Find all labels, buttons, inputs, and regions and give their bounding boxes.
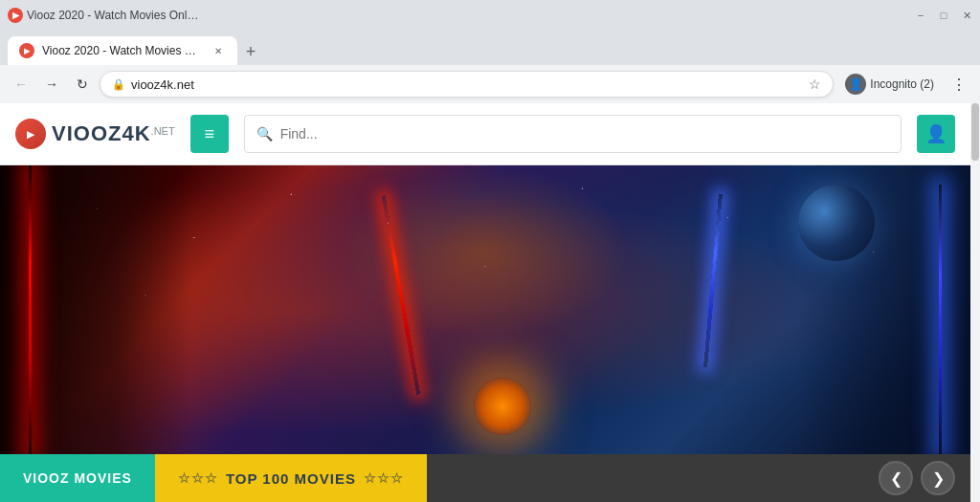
reload-button[interactable]: ↻ [69,71,96,98]
omnibox[interactable]: 🔒 viooz4k.net ☆ [100,71,834,98]
incognito-button[interactable]: 👤 Incognito (2) [837,70,942,98]
chrome-menu-button[interactable]: ⋮ [946,71,972,98]
prev-button[interactable]: ❮ [879,461,913,495]
active-tab[interactable]: ▶ Viooz 2020 - Watch Movies Onli... ✕ [8,36,237,65]
logo-text: VIOOZ4K.NET [52,121,175,146]
incognito-label: Incognito (2) [870,77,934,91]
top100-movies-button[interactable]: ☆☆☆ TOP 100 MOVIES ☆☆☆ [155,454,427,502]
lock-icon: 🔒 [112,78,125,91]
close-button[interactable]: ✕ [961,10,972,21]
search-icon: 🔍 [256,126,273,142]
bookmark-icon[interactable]: ☆ [809,76,821,92]
toolbar-right: 👤 Incognito (2) ⋮ [837,70,972,98]
browser-content: ▶ VIOOZ4K.NET ≡ 🔍 👤 [0,103,980,502]
stars-left-icon: ☆☆☆ [178,470,218,486]
stars-right-icon: ☆☆☆ [364,470,404,486]
hamburger-icon: ≡ [204,124,214,144]
address-bar: ← → ↻ 🔒 viooz4k.net ☆ 👤 Incognito (2) ⋮ [0,65,980,103]
title-bar: ▶ Viooz 2020 - Watch Movies Onli... − □ … [0,0,980,31]
tab-favicon: ▶ [8,8,23,23]
scrollbar-thumb[interactable] [971,103,979,161]
characters-group [198,165,772,454]
site-menu-button[interactable]: ≡ [190,115,229,153]
window-controls: − □ ✕ [915,10,972,21]
viooz-movies-button[interactable]: VIOOZ MOVIES [0,454,155,502]
website: ▶ VIOOZ4K.NET ≡ 🔍 👤 [0,103,970,502]
minimize-button[interactable]: − [915,10,926,21]
tab-label: Viooz 2020 - Watch Movies Onli... [42,44,203,57]
dark-figure [0,165,191,454]
search-input[interactable] [280,126,889,142]
back-button[interactable]: ← [8,71,34,98]
scrollbar[interactable] [970,103,980,502]
window-title-text: Viooz 2020 - Watch Movies Onli... [27,9,199,22]
site-header: ▶ VIOOZ4K.NET ≡ 🔍 👤 [0,103,970,165]
next-button[interactable]: ❯ [921,461,955,495]
user-icon: 👤 [925,123,947,144]
new-tab-button[interactable]: + [237,38,264,65]
red-lightsaber [382,195,421,395]
tab-favicon-icon: ▶ [19,43,34,58]
logo-icon: ▶ [15,119,46,149]
search-bar: 🔍 [244,115,902,153]
bottom-bar: VIOOZ MOVIES ☆☆☆ TOP 100 MOVIES ☆☆☆ ❮ ❯ [0,454,970,502]
title-bar-left: ▶ Viooz 2020 - Watch Movies Onli... [8,8,199,23]
nav-arrows: ❮ ❯ [879,461,970,495]
site-logo: ▶ VIOOZ4K.NET [15,119,175,149]
hero-image [0,165,970,454]
top100-label: TOP 100 MOVIES [226,470,356,487]
forward-button[interactable]: → [38,71,65,98]
url-text: viooz4k.net [131,77,803,92]
right-figure [798,165,970,454]
user-account-button[interactable]: 👤 [917,115,955,153]
droid-glow [474,378,531,435]
tab-close-button[interactable]: ✕ [211,43,226,58]
tab-bar: ▶ Viooz 2020 - Watch Movies Onli... ✕ + [0,31,980,65]
maximize-button[interactable]: □ [938,10,949,21]
blue-lightsaber [703,194,723,367]
incognito-icon: 👤 [845,74,866,95]
